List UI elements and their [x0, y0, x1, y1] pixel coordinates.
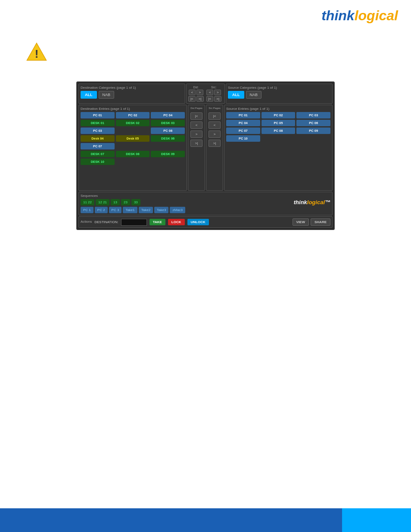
dest-entry-button[interactable]: PC 03 — [81, 128, 115, 134]
src-entry-button[interactable]: PC 09 — [296, 128, 330, 134]
dest-entry-button[interactable]: PC 02 — [116, 112, 150, 118]
sequence-button[interactable]: 33 — [131, 199, 140, 205]
lock-button[interactable]: LOCK — [168, 219, 185, 225]
src-pages-label: Src Pages — [209, 107, 221, 109]
src-pager: Src: < > |< >| — [206, 86, 222, 102]
dest-entry-button[interactable]: Desk 04 — [81, 135, 115, 142]
panel-logo: thinklogical™ — [294, 199, 330, 205]
middle-row: Destination Entries (page 1 of 1) PC 01P… — [78, 105, 333, 191]
sequence-button-row2[interactable]: Take1 — [123, 207, 137, 213]
sequences-row1: 11 2212 21132333 thinklogical™ — [81, 199, 330, 205]
sequence-button-row2[interactable]: zMac3 — [170, 207, 185, 213]
dest-entries-label: Destination Entries (page 1 of 1) — [81, 107, 185, 111]
dest-entry-button[interactable]: PC 08 — [151, 128, 185, 134]
warning-icon: ! — [26, 41, 47, 62]
dest-all-button[interactable]: ALL — [81, 91, 97, 99]
share-button[interactable]: SHARE — [311, 218, 330, 226]
dest-entry-button[interactable]: DESK 02 — [116, 120, 150, 126]
src-cat-buttons: ALL NAB — [228, 91, 330, 99]
unlock-button[interactable]: UNLOCK — [187, 219, 209, 225]
src-entries-label: Source Entries (page 1 of 1) — [226, 107, 330, 111]
dst-page-prev[interactable]: < — [190, 121, 202, 129]
dest-entry-button[interactable]: PC 07 — [81, 143, 115, 149]
dst-pages-box: Dst Pages |< < > >| — [188, 105, 205, 191]
dest-entry-button[interactable]: DESK 03 — [151, 120, 185, 126]
footer-left — [0, 508, 342, 532]
header: thinklogical — [0, 0, 411, 28]
src-entry-button[interactable]: PC 02 — [262, 112, 296, 118]
sequence-button[interactable]: 13 — [111, 199, 120, 205]
src-entry-button[interactable]: PC 04 — [226, 120, 260, 126]
src-entry-button[interactable]: PC 06 — [296, 120, 330, 126]
view-button[interactable]: VIEW — [293, 218, 309, 226]
destination-label: DESTINATION: — [94, 220, 118, 224]
dst-pager: Dst: < > |< >| — [188, 86, 204, 102]
src-page-first[interactable]: |< — [209, 112, 221, 120]
dest-entry-button[interactable]: DESK 07 — [81, 151, 115, 157]
src-entries-grid: PC 01PC 02PC 03PC 04PC 05PC 06PC 07PC 08… — [226, 112, 330, 142]
dest-entry-button[interactable]: DESK 01 — [81, 120, 115, 126]
dest-entry-button[interactable]: PC 01 — [81, 112, 115, 118]
dest-entry-button[interactable]: Desk 05 — [116, 135, 150, 142]
src-page-prev[interactable]: < — [209, 121, 221, 129]
take-button[interactable]: TAKE — [149, 219, 165, 225]
dest-entries-grid: PC 01PC 02PC 04DESK 01DESK 02DESK 03PC 0… — [81, 112, 185, 165]
sequence-button-row2[interactable]: Take3 — [154, 207, 168, 213]
sequences-section: Sequences 11 2212 21132333 thinklogical™… — [78, 192, 333, 215]
sequence-button-row2[interactable]: PC 2 — [95, 207, 108, 213]
dest-categories-section: Destination Categories (page 1 of 1) ALL… — [78, 84, 185, 104]
dest-entries-section: Destination Entries (page 1 of 1) PC 01P… — [78, 105, 187, 191]
sequences-label: Sequences — [81, 194, 330, 198]
dst-page-first[interactable]: |< — [190, 112, 202, 120]
src-entry-button[interactable]: PC 08 — [262, 128, 296, 134]
src-page-last[interactable]: >| — [209, 140, 221, 147]
src-next-btn[interactable]: > — [214, 90, 221, 95]
pager-section: Dst: < > |< >| Src: < — [188, 86, 223, 102]
dst-next-btn[interactable]: > — [196, 90, 203, 95]
src-entry-button[interactable]: PC 05 — [262, 120, 296, 126]
dst-prev-btn[interactable]: < — [189, 90, 196, 95]
right-actions: VIEW SHARE — [293, 218, 330, 226]
dest-entry-button[interactable]: DESK 06 — [151, 135, 185, 142]
src-entries-section: Source Entries (page 1 of 1) PC 01PC 02P… — [224, 105, 333, 191]
src-entry-button[interactable]: PC 07 — [226, 128, 260, 134]
dst-first-btn[interactable]: |< — [188, 96, 196, 102]
dst-page-next[interactable]: > — [190, 131, 202, 138]
dest-entry-button[interactable]: DESK 10 — [81, 159, 115, 165]
sequence-button[interactable]: 23 — [121, 199, 130, 205]
src-pages-box: Src Pages |< < > >| — [206, 105, 223, 191]
main-panel: Destination Categories (page 1 of 1) ALL… — [76, 81, 335, 230]
src-first-btn[interactable]: |< — [206, 96, 214, 102]
sequence-button-row2[interactable]: Take2 — [139, 207, 153, 213]
dest-entry-button[interactable]: DESK 08 — [116, 151, 150, 157]
pager-middle-section: Dst: < > |< >| Src: < — [186, 84, 225, 104]
dest-entry-button[interactable]: DESK 09 — [151, 151, 185, 157]
sequence-button-row2[interactable]: PC 1 — [81, 207, 93, 213]
src-entry-button[interactable]: PC 03 — [296, 112, 330, 118]
src-nab-button[interactable]: NAB — [246, 91, 262, 99]
src-last-btn[interactable]: >| — [214, 96, 221, 102]
src-all-button[interactable]: ALL — [228, 91, 244, 99]
destination-input[interactable] — [121, 219, 147, 226]
dst-label: Dst: — [193, 86, 199, 89]
src-page-next[interactable]: > — [209, 131, 221, 138]
dst-last-btn[interactable]: >| — [196, 96, 204, 102]
footer-right — [342, 508, 411, 532]
dest-nab-button[interactable]: NAB — [99, 91, 115, 99]
warning-area: ! — [0, 28, 411, 73]
src-entry-button[interactable]: PC 01 — [226, 112, 260, 118]
dst-pages-label: Dst Pages — [190, 107, 202, 109]
sequence-button[interactable]: 12 21 — [96, 199, 109, 205]
dest-cat-buttons: ALL NAB — [81, 91, 183, 99]
actions-label: Actions — [81, 220, 92, 224]
src-prev-btn[interactable]: < — [206, 90, 213, 95]
top-row: Destination Categories (page 1 of 1) ALL… — [78, 84, 333, 104]
dst-page-last[interactable]: >| — [190, 140, 202, 147]
sequence-button[interactable]: 11 22 — [81, 199, 94, 205]
src-entry-button[interactable]: PC 10 — [226, 135, 260, 142]
dest-entry-button[interactable]: PC 04 — [151, 112, 185, 118]
src-label: Src: — [211, 86, 216, 89]
sequence-button-row2[interactable]: PC 3 — [109, 207, 122, 213]
logo-text: thinklogical — [321, 8, 398, 23]
actions-section: Actions DESTINATION: TAKE LOCK UNLOCK VI… — [78, 216, 333, 228]
